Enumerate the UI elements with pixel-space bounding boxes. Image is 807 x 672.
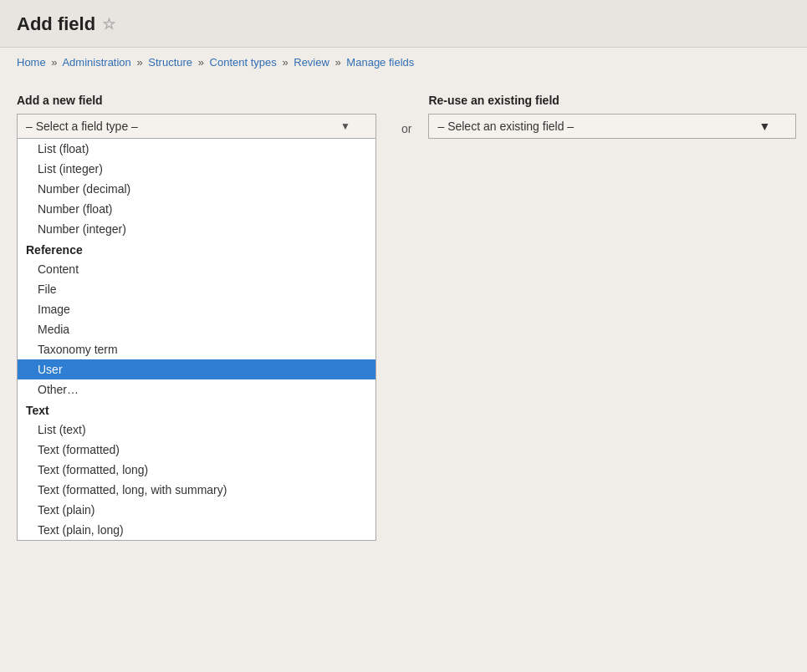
group-header-reference: Reference bbox=[18, 239, 375, 259]
field-type-select-wrapper: – Select a field type – ▼ List (float) L… bbox=[17, 114, 376, 541]
list-item[interactable]: Other… bbox=[18, 379, 375, 400]
reuse-field-label: Re-use an existing field bbox=[428, 94, 796, 107]
list-item[interactable]: Number (integer) bbox=[18, 219, 375, 239]
breadcrumb-administration[interactable]: Administration bbox=[62, 56, 130, 69]
favorite-star-icon[interactable]: ☆ bbox=[102, 15, 115, 33]
left-panel: Add a new field – Select a field type – … bbox=[17, 94, 385, 543]
list-item[interactable]: Taxonomy term bbox=[18, 339, 375, 359]
list-item-user-selected[interactable]: User bbox=[18, 359, 375, 379]
list-item[interactable]: List (integer) bbox=[18, 159, 375, 179]
breadcrumb-content-types[interactable]: Content types bbox=[210, 56, 277, 69]
breadcrumb: Home » Administration » Structure » Cont… bbox=[0, 48, 807, 77]
field-type-select-button[interactable]: – Select a field type – ▼ bbox=[17, 114, 376, 139]
list-item[interactable]: File bbox=[18, 279, 375, 299]
or-separator: or bbox=[385, 94, 428, 135]
breadcrumb-review[interactable]: Review bbox=[294, 56, 329, 69]
list-item[interactable]: Text (formatted) bbox=[18, 440, 375, 460]
breadcrumb-sep: » bbox=[335, 56, 341, 69]
breadcrumb-sep: » bbox=[136, 56, 142, 69]
list-item[interactable]: Number (float) bbox=[18, 199, 375, 219]
list-item[interactable]: Image bbox=[18, 299, 375, 319]
breadcrumb-manage-fields[interactable]: Manage fields bbox=[346, 56, 414, 69]
group-header-text: Text bbox=[18, 400, 375, 420]
list-item[interactable]: Text (plain) bbox=[18, 500, 375, 520]
chevron-down-icon: ▼ bbox=[340, 120, 350, 132]
field-type-dropdown[interactable]: List (float) List (integer) Number (deci… bbox=[17, 139, 376, 541]
existing-field-placeholder: – Select an existing field – bbox=[437, 120, 574, 133]
list-item[interactable]: List (text) bbox=[18, 420, 375, 440]
existing-field-select-button[interactable]: – Select an existing field – ▼ bbox=[428, 114, 796, 139]
breadcrumb-sep: » bbox=[198, 56, 204, 69]
list-item[interactable]: Media bbox=[18, 319, 375, 339]
breadcrumb-structure[interactable]: Structure bbox=[148, 56, 192, 69]
list-item[interactable]: Text (formatted, long) bbox=[18, 460, 375, 480]
main-content: Add a new field – Select a field type – … bbox=[0, 77, 807, 560]
field-type-placeholder: – Select a field type – bbox=[26, 120, 138, 133]
list-item[interactable]: Content bbox=[18, 259, 375, 279]
list-item[interactable]: Text (formatted, long, with summary) bbox=[18, 480, 375, 500]
title-text: Add field bbox=[17, 13, 95, 35]
breadcrumb-sep: » bbox=[282, 56, 288, 69]
breadcrumb-home[interactable]: Home bbox=[17, 56, 46, 69]
right-panel: Re-use an existing field – Select an exi… bbox=[428, 94, 796, 139]
existing-field-select-wrapper: – Select an existing field – ▼ bbox=[428, 114, 796, 139]
list-item[interactable]: List (float) bbox=[18, 139, 375, 159]
list-item[interactable]: Number (decimal) bbox=[18, 179, 375, 199]
breadcrumb-sep: » bbox=[51, 56, 57, 69]
page-title: Add field ☆ bbox=[17, 13, 790, 35]
add-new-field-label: Add a new field bbox=[17, 94, 385, 107]
chevron-down-icon: ▼ bbox=[759, 120, 771, 133]
list-item[interactable]: Text (plain, long) bbox=[18, 520, 375, 540]
page-header: Add field ☆ bbox=[0, 0, 807, 48]
